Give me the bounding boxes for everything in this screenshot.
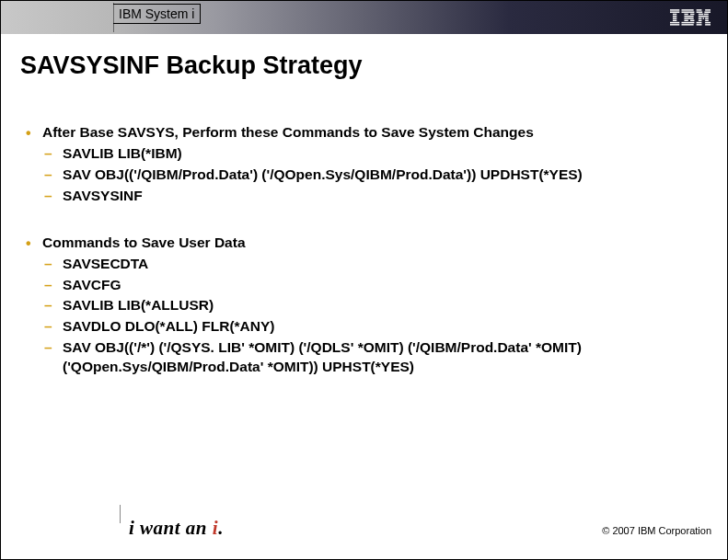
svg-rect-7 (670, 24, 679, 25)
list-item: SAV OBJ(('/*') ('/QSYS. LIB' *OMIT) ('/Q… (42, 338, 707, 377)
section-heading: Commands to Save User Data (42, 234, 246, 250)
svg-rect-28 (699, 20, 702, 21)
page-title: SAVSYSINF Backup Strategy (20, 51, 363, 80)
svg-rect-10 (684, 14, 688, 15)
tagline-prefix: i want an (129, 517, 213, 539)
tagline: i want an i. (129, 517, 224, 540)
svg-rect-9 (681, 11, 694, 12)
svg-rect-12 (684, 16, 693, 17)
svg-rect-4 (673, 17, 676, 18)
svg-rect-19 (705, 9, 711, 10)
svg-rect-17 (681, 24, 693, 25)
svg-rect-3 (673, 16, 676, 17)
section-1: After Base SAVSYS, Perform these Command… (26, 123, 707, 206)
svg-rect-26 (703, 17, 704, 18)
svg-rect-31 (705, 22, 711, 23)
svg-rect-14 (684, 20, 688, 21)
content-body: After Base SAVSYS, Perform these Command… (26, 123, 707, 405)
svg-rect-16 (681, 22, 694, 23)
list-item: SAVSECDTA (42, 255, 707, 274)
svg-rect-22 (699, 14, 703, 15)
list-item: SAVDLO DLO(*ALL) FLR(*ANY) (42, 317, 707, 337)
list-item: SAVLIB LIB(*ALLUSR) (42, 296, 707, 315)
svg-rect-24 (699, 16, 709, 17)
top-banner: IBM System i (1, 1, 727, 34)
svg-rect-0 (670, 9, 679, 10)
footer-divider (120, 505, 121, 523)
svg-rect-11 (690, 14, 694, 15)
list-item: SAVLIB LIB(*IBM) (42, 144, 707, 164)
svg-rect-1 (670, 11, 679, 12)
svg-rect-29 (705, 20, 709, 21)
list-item: SAVSYSINF (42, 187, 707, 206)
svg-rect-2 (673, 14, 676, 15)
svg-rect-13 (684, 17, 693, 18)
ibm-logo-icon (670, 9, 711, 26)
svg-rect-18 (697, 9, 702, 10)
footer: i want an i. © 2007 IBM Corporation (0, 521, 728, 547)
svg-rect-33 (705, 24, 711, 25)
svg-rect-30 (697, 22, 702, 23)
section-heading: After Base SAVSYS, Perform these Command… (42, 124, 534, 140)
copyright-text: © 2007 IBM Corporation (602, 525, 711, 536)
svg-rect-8 (681, 9, 693, 10)
tagline-suffix: . (218, 517, 224, 539)
svg-rect-21 (704, 11, 711, 12)
svg-rect-27 (705, 17, 709, 18)
product-line-label: IBM System i (113, 4, 201, 24)
svg-rect-20 (697, 11, 703, 12)
svg-rect-6 (670, 22, 679, 23)
list-item: SAVCFG (42, 276, 707, 295)
svg-rect-5 (673, 20, 676, 21)
svg-rect-32 (697, 24, 702, 25)
svg-rect-25 (699, 17, 702, 18)
svg-rect-15 (690, 20, 694, 21)
svg-rect-23 (704, 14, 709, 15)
ibm-logo-svg (670, 9, 711, 26)
list-item: SAV OBJ(('/QIBM/Prod.Data') ('/QOpen.Sys… (42, 166, 707, 185)
section-2: Commands to Save User Data SAVSECDTA SAV… (26, 234, 707, 377)
